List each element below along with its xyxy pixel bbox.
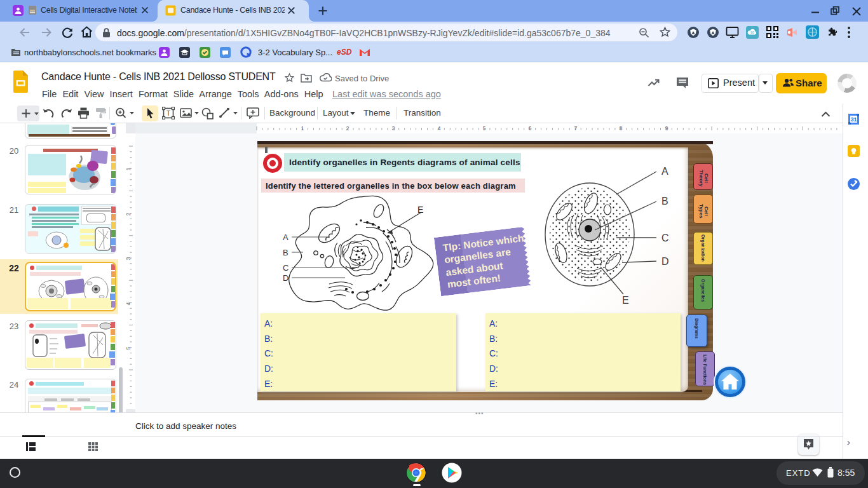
svg-text:2: 2 — [126, 212, 132, 215]
svg-text:7: 7 — [574, 125, 577, 132]
svg-text:6: 6 — [528, 125, 531, 132]
svg-text:1: 1 — [126, 167, 132, 170]
svg-text:8: 8 — [619, 125, 622, 132]
svg-text:1: 1 — [301, 125, 304, 132]
svg-text:60: 60 — [750, 30, 754, 34]
svg-text:T: T — [166, 110, 170, 117]
svg-text:4: 4 — [126, 302, 132, 305]
svg-text:3: 3 — [126, 257, 132, 260]
svg-text:5: 5 — [482, 125, 485, 132]
svg-text:9: 9 — [665, 125, 668, 132]
svg-text:4: 4 — [437, 125, 440, 132]
svg-text:3: 3 — [391, 125, 395, 132]
svg-text:2: 2 — [346, 125, 349, 132]
svg-text:31: 31 — [850, 116, 857, 123]
svg-text:5: 5 — [126, 346, 132, 349]
